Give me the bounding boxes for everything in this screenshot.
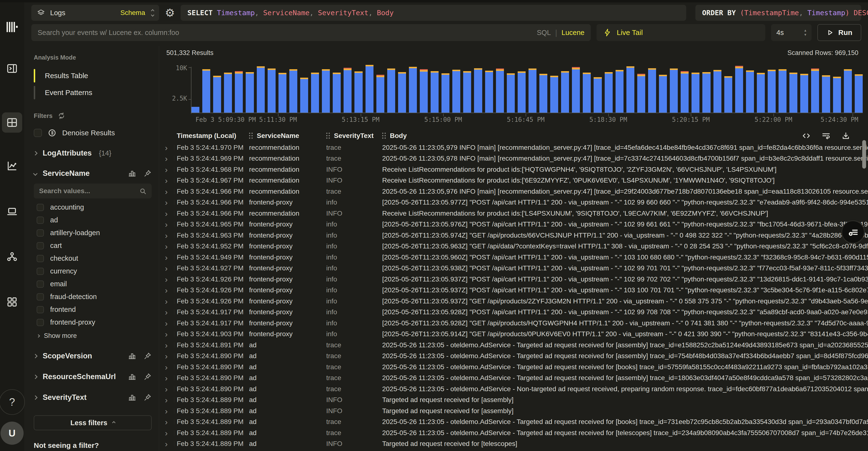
expand-row-icon[interactable]: › [159,319,177,327]
mode-results-table[interactable]: Results Table [34,67,152,84]
histogram-bar[interactable] [572,67,580,113]
histogram-bar[interactable] [344,68,351,113]
expand-row-icon[interactable]: › [159,374,177,382]
histogram-bar[interactable] [387,68,395,113]
header-severitytext[interactable]: SeverityText [326,132,382,140]
service-filter-option[interactable]: frontend [34,303,152,316]
log-row[interactable]: ›Feb 3 5:24:41.917 PMfrontend-proxyinfo[… [159,307,868,318]
refresh-icon[interactable] [57,112,66,120]
expand-row-icon[interactable]: › [159,440,177,448]
histogram-bar[interactable] [637,74,645,113]
service-checkbox[interactable] [37,229,44,237]
expand-row-icon[interactable]: › [159,396,177,404]
histogram-bar[interactable] [594,77,601,113]
histogram-bar[interactable] [648,68,656,113]
log-row[interactable]: ›Feb 3 5:24:41.890 PMadtrace2025-05-26 1… [159,372,868,384]
expand-row-icon[interactable]: › [159,209,177,217]
histogram-bar[interactable] [702,72,710,113]
histogram-bar[interactable] [268,68,276,113]
expand-row-icon[interactable]: › [159,144,177,152]
histogram-bar[interactable] [844,69,852,113]
expand-row-icon[interactable]: › [159,154,177,162]
log-row[interactable]: ›Feb 3 5:24:41.917 PMfrontend-proxyinfo[… [159,318,868,329]
field-group-resourceschemaurl[interactable]: ResourceSchemaUrl [34,372,152,381]
histogram-bar[interactable] [507,73,515,113]
service-checkbox[interactable] [37,280,44,288]
histogram-bar[interactable] [616,70,623,113]
drag-handle-icon[interactable] [382,133,386,139]
expand-row-icon[interactable]: › [159,275,177,283]
histogram-bar[interactable] [202,69,210,113]
stepper-carets-icon[interactable]: ▴▾ [804,28,806,37]
histogram-bar[interactable] [724,76,732,113]
denoise-checkbox[interactable] [34,129,42,137]
run-button[interactable]: Run [817,24,861,41]
log-row[interactable]: ›Feb 3 5:24:41.966 PMrecommendationINFOR… [159,208,868,219]
expand-row-icon[interactable]: › [159,231,177,239]
log-row[interactable]: ›Feb 3 5:24:41.927 PMfrontend-proxyinfo[… [159,263,868,274]
expand-row-icon[interactable]: › [159,198,177,206]
expand-row-icon[interactable]: › [159,418,177,426]
service-checkbox[interactable] [37,319,44,326]
expand-row-icon[interactable]: › [159,407,177,415]
histogram-bar[interactable] [354,71,362,113]
histogram-bar[interactable] [213,76,221,113]
service-filter-option[interactable]: fraud-detection [34,290,152,303]
service-search-input[interactable] [34,184,152,199]
bar-chart-icon[interactable] [128,169,136,178]
vertical-scrollbar[interactable] [862,140,866,169]
nav-search-icon[interactable] [2,58,22,79]
histogram-bar[interactable] [366,65,373,113]
bar-chart-icon[interactable] [128,352,136,360]
histogram-bar[interactable] [463,71,471,113]
service-filter-option[interactable]: currency [34,265,152,278]
nav-service-map-icon[interactable] [2,246,22,267]
histogram-bar[interactable] [289,69,297,113]
service-checkbox[interactable] [37,306,44,313]
histogram-bar[interactable] [670,68,678,113]
log-row[interactable]: ›Feb 3 5:24:41.970 PMrecommendationtrace… [159,142,868,153]
log-row[interactable]: ›Feb 3 5:24:41.889 PMadtrace2025-05-26 1… [159,417,868,428]
histogram-bar[interactable] [833,77,841,113]
log-row[interactable]: ›Feb 3 5:24:41.890 PMadtrace2025-05-26 1… [159,362,868,372]
pin-icon[interactable] [144,393,152,401]
service-filter-option[interactable]: cart [34,239,152,252]
help-icon[interactable]: ? [0,389,25,415]
header-timestamp[interactable]: Timestamp (Local) [177,132,249,140]
user-avatar[interactable]: U [0,422,24,445]
service-filter-option[interactable]: email [34,278,152,290]
refresh-interval-stepper[interactable]: 4s ▴▾ [771,24,812,41]
mode-event-patterns[interactable]: Event Patterns [34,84,152,101]
histogram-bar[interactable] [757,73,765,113]
expand-row-icon[interactable]: › [159,220,177,229]
expand-row-icon[interactable]: › [159,308,177,316]
histogram-bar[interactable] [789,72,797,113]
expand-row-icon[interactable]: › [159,352,177,360]
drag-handle-icon[interactable] [249,133,253,139]
histogram-bar[interactable] [561,71,569,113]
log-row[interactable]: ›Feb 3 5:24:41.889 PMadtrace2025-05-26 1… [159,427,868,439]
download-icon[interactable] [841,131,850,140]
histogram-bar[interactable] [496,68,504,113]
show-more-button[interactable]: Show more [34,332,152,339]
histogram-bar[interactable] [431,71,439,113]
orderby-clause-input[interactable]: ORDER BY (TimestampTime, Timestamp) DESC [695,5,861,21]
language-option-sql[interactable]: SQL [537,29,551,37]
log-row[interactable]: ›Feb 3 5:24:41.926 PMfrontend-proxyinfo[… [159,296,868,307]
code-icon[interactable] [802,131,811,140]
histogram-bar[interactable] [550,76,558,113]
histogram-bar[interactable] [441,73,450,113]
select-clause-input[interactable]: SELECT Timestamp, ServiceName, SeverityT… [181,5,686,21]
histogram-bar[interactable] [855,74,863,113]
histogram-bar[interactable] [398,72,406,113]
histogram-bar[interactable] [768,70,776,113]
service-checkbox[interactable] [37,293,44,301]
service-filter-option[interactable]: frontend-proxy [34,316,152,329]
expand-row-icon[interactable]: › [159,176,177,184]
service-checkbox[interactable] [37,268,44,275]
expand-row-icon[interactable]: › [159,297,177,305]
service-checkbox[interactable] [37,242,44,249]
histogram-bar[interactable] [518,71,526,113]
drag-handle-icon[interactable] [326,133,330,139]
histogram-bar[interactable] [278,73,286,113]
